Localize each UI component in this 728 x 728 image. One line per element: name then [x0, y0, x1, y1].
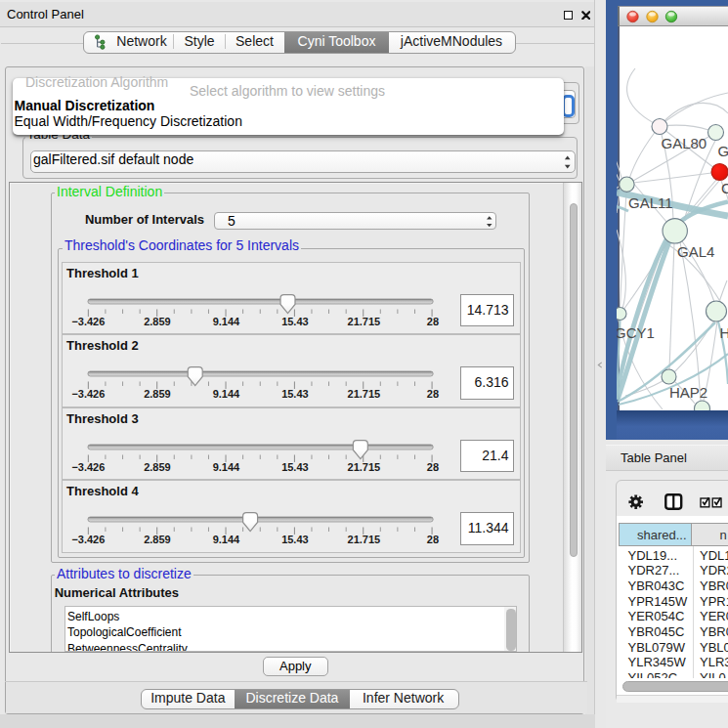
svg-text:HAP2: HAP2: [669, 384, 707, 401]
svg-text:H: H: [720, 324, 728, 341]
svg-text:GAL4: GAL4: [677, 243, 714, 260]
svg-text:GA: GA: [718, 143, 728, 159]
svg-text:CY: CY: [721, 180, 728, 196]
svg-text:GAL80: GAL80: [662, 135, 707, 151]
svg-text:GCY1: GCY1: [617, 324, 655, 341]
svg-text:GAL11: GAL11: [628, 194, 673, 211]
